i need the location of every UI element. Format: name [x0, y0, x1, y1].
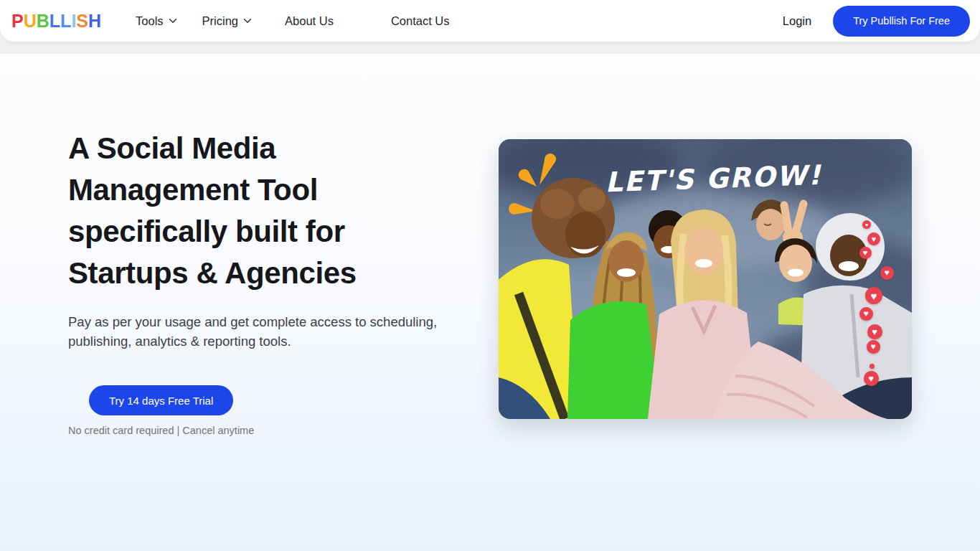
logo-letter: H [88, 11, 101, 32]
nav-item-pricing[interactable]: Pricing [202, 14, 250, 28]
hero-subtitle: Pay as per your usage and get complete a… [68, 312, 459, 351]
hero-cta-group: Try 14 days Free Trial No credit card re… [68, 385, 254, 436]
logo-letter: L [60, 11, 71, 32]
logo-letter: U [24, 11, 37, 32]
navbar-right: Login Try Publlish For Free [783, 6, 970, 37]
hero-image: LET'S GROW! [499, 139, 912, 419]
page: PUBLLISH ToolsPricingAbout UsContact Us … [0, 0, 980, 551]
heart-reaction-icon: ♥ [867, 324, 882, 339]
heart-reaction-icon: ♥ [880, 266, 894, 280]
heart-reaction-icon: ♥ [859, 307, 873, 321]
logo-letter: P [11, 11, 24, 32]
heart-reaction-icon: ♥ [862, 220, 871, 229]
hero-title-line: Management Tool [68, 169, 459, 211]
hero-title: A Social MediaManagement Toolspecificall… [68, 128, 459, 294]
heart-reaction-icon: ♥ [867, 340, 880, 354]
hero-title-line: Startups & Agencies [68, 253, 459, 294]
logo-letter: S [76, 11, 88, 32]
nav-item-label: About Us [285, 14, 334, 28]
hero-title-line: A Social Media [68, 128, 459, 169]
nav-item-label: Tools [136, 14, 164, 28]
free-trial-button[interactable]: Try 14 days Free Trial [89, 385, 233, 415]
logo[interactable]: PUBLLISH [11, 11, 101, 32]
heart-reaction-icon [870, 364, 875, 369]
logo-letter: L [50, 11, 60, 32]
nav-item-tools[interactable]: Tools [136, 14, 176, 28]
heart-reaction-icon: ♥ [865, 287, 882, 304]
hero-section: A Social MediaManagement Toolspecificall… [0, 54, 980, 551]
logo-letter: B [37, 11, 50, 32]
top-navbar: PUBLLISH ToolsPricingAbout UsContact Us … [0, 0, 980, 42]
fine-print: No credit card required | Cancel anytime [68, 425, 254, 436]
main-nav: ToolsPricingAbout UsContact Us [136, 14, 449, 28]
chevron-down-icon [243, 15, 251, 23]
heart-reaction-icon: ♥ [859, 247, 872, 259]
heart-reaction-icon: ♥ [864, 371, 879, 386]
logo-letter: I [71, 11, 76, 32]
heart-reactions: ♥♥♥♥♥♥♥♥♥ [499, 139, 912, 419]
navbar-cta-button[interactable]: Try Publlish For Free [833, 6, 970, 37]
login-link[interactable]: Login [783, 14, 811, 28]
chevron-down-icon [169, 15, 176, 23]
hero-copy: A Social MediaManagement Toolspecificall… [68, 128, 459, 436]
hero-title-line: specifically built for [68, 211, 459, 253]
heart-reaction-icon: ♥ [867, 232, 880, 245]
nav-item-contact-us[interactable]: Contact Us [391, 14, 450, 28]
nav-item-label: Pricing [202, 14, 238, 28]
nav-item-label: Contact Us [391, 14, 450, 28]
nav-item-about-us[interactable]: About Us [285, 14, 334, 28]
